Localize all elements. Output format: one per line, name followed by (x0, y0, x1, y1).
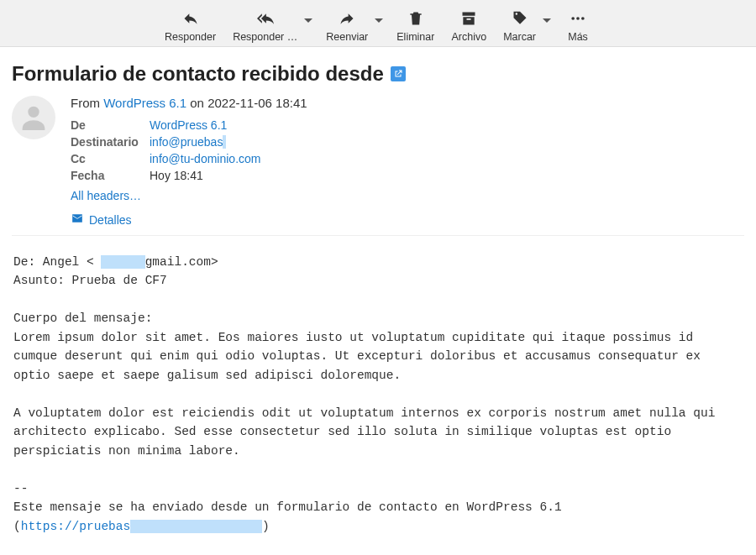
header-key-de: De (71, 118, 150, 132)
body-from-suffix: gmail.com> (145, 255, 218, 269)
mark-label: Marcar (503, 31, 536, 43)
archive-label: Archivo (451, 31, 486, 43)
archive-group: Archivo (444, 5, 493, 45)
more-icon (570, 8, 586, 29)
archive-button[interactable]: Archivo (444, 5, 493, 45)
reply-all-group: Responder … (226, 5, 316, 45)
from-on: on (186, 96, 207, 110)
more-group: Más (558, 5, 598, 45)
body-from-redact (101, 255, 144, 269)
from-prefix: From (71, 96, 103, 110)
header-val-de[interactable]: WordPress 6.1 (150, 118, 227, 132)
delete-label: Eliminar (396, 31, 434, 43)
body-para2: A voluptatem dolor est reiciendis odit u… (13, 406, 722, 458)
from-date: 2022-11-06 18:41 (207, 96, 307, 110)
body-footer-open: ( (13, 520, 21, 533)
reply-all-button[interactable]: Responder … (226, 5, 304, 45)
toolbar: Responder Responder … Reenviar (0, 0, 756, 47)
body-subject-line: Asunto: Prueba de CF7 (13, 274, 167, 287)
header-val-cc[interactable]: info@tu-dominio.com (150, 152, 261, 165)
all-headers-link[interactable]: All headers… (71, 189, 141, 202)
body-footer-redact (130, 520, 262, 533)
from-line: From WordPress 6.1 on 2022-11-06 18:41 (71, 96, 744, 110)
body-para1: Lorem ipsum dolor sit amet. Eos maiores … (13, 331, 708, 382)
header-row-date: Fecha Hoy 18:41 (71, 167, 744, 184)
more-button[interactable]: Más (558, 5, 598, 45)
reply-group: Responder (158, 5, 223, 45)
header-key-dest: Destinatario (71, 135, 150, 149)
reply-all-icon (255, 8, 276, 29)
svg-point-3 (28, 107, 39, 118)
delete-button[interactable]: Eliminar (390, 5, 441, 45)
reply-icon (181, 8, 200, 29)
header-val-fecha: Hoy 18:41 (150, 169, 203, 182)
header-row-to: Destinatario info@pruebas (71, 134, 744, 150)
external-link-icon[interactable] (391, 66, 406, 81)
body-footer-close: ) (262, 520, 270, 533)
details-link[interactable]: Detalles (89, 213, 132, 227)
svg-point-1 (576, 17, 580, 20)
details-row[interactable]: Detalles (71, 212, 744, 227)
forward-group: Reenviar (319, 5, 386, 45)
reply-label: Responder (165, 31, 216, 43)
header-key-cc: Cc (71, 152, 150, 165)
header-row-from: De WordPress 6.1 (71, 117, 744, 134)
message-content: Formulario de contacto recibido desde Fr… (0, 47, 756, 552)
toolbar-inner: Responder Responder … Reenviar (158, 5, 598, 45)
mark-group: Marcar (496, 5, 554, 45)
svg-point-2 (581, 17, 585, 20)
redacted-dest (223, 135, 226, 149)
tag-icon (512, 8, 528, 29)
reply-button[interactable]: Responder (158, 5, 223, 45)
reply-all-dropdown[interactable] (304, 5, 316, 29)
archive-icon (460, 8, 477, 29)
mark-button[interactable]: Marcar (496, 5, 543, 45)
body-footer-link[interactable]: https://pruebas (21, 520, 131, 533)
header-val-dest[interactable]: info@pruebas (150, 135, 223, 149)
reply-all-label: Responder … (233, 31, 297, 43)
header-key-fecha: Fecha (71, 169, 150, 182)
subject-line: Formulario de contacto recibido desde (12, 62, 744, 86)
forward-dropdown[interactable] (375, 5, 386, 29)
trash-icon (407, 8, 424, 29)
avatar (12, 96, 55, 139)
delete-group: Eliminar (390, 5, 441, 45)
header-table: De WordPress 6.1 Destinatario info@prueb… (71, 117, 744, 204)
mark-dropdown[interactable] (543, 5, 554, 29)
envelope-icon (71, 212, 84, 227)
header-info: From WordPress 6.1 on 2022-11-06 18:41 D… (71, 96, 744, 227)
all-headers-row: All headers… (71, 187, 744, 204)
body-intro: Cuerpo del mensaje: (13, 312, 152, 325)
body-footer-text: Este mensaje se ha enviado desde un form… (13, 500, 562, 514)
forward-label: Reenviar (326, 31, 368, 43)
from-sender-link[interactable]: WordPress 6.1 (103, 96, 186, 110)
header-block: From WordPress 6.1 on 2022-11-06 18:41 D… (12, 96, 744, 236)
forward-button[interactable]: Reenviar (319, 5, 375, 45)
message-body: De: Angel < gmail.com> Asunto: Prueba de… (12, 236, 744, 544)
header-row-cc: Cc info@tu-dominio.com (71, 150, 744, 167)
svg-point-0 (571, 17, 575, 20)
message-subject: Formulario de contacto recibido desde (12, 62, 384, 86)
body-from-prefix: De: Angel < (13, 255, 101, 269)
body-separator: -- (13, 482, 28, 495)
more-label: Más (568, 31, 588, 43)
forward-icon (338, 8, 356, 29)
